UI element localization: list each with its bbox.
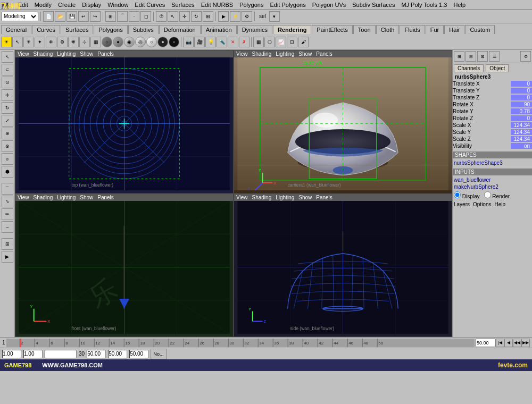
render-view-btn[interactable]: ▦ [253, 37, 264, 47]
select-btn[interactable]: ↖ [168, 11, 178, 22]
vp-side-panels[interactable]: Panels [316, 195, 332, 200]
sphere-black-btn[interactable]: ● [169, 37, 179, 47]
misc-btn1[interactable]: ⊡ [287, 37, 297, 47]
right-icon1[interactable]: ⊞ [454, 51, 464, 62]
snap-curve-btn[interactable]: ⌒ [117, 11, 128, 22]
snap-grid-btn[interactable]: ⊞ [105, 11, 116, 22]
curve-tool[interactable]: ⌒ [2, 183, 13, 195]
rotate-btn[interactable]: ↻ [191, 11, 202, 22]
attr-visibility-value[interactable]: on [511, 143, 532, 149]
menu-window[interactable]: Window [107, 2, 128, 8]
texture-btn[interactable]: ▦ [90, 37, 101, 47]
history-btn[interactable]: ⏱ [156, 11, 167, 22]
display-radio[interactable] [454, 191, 461, 198]
tab-cloth[interactable]: Cloth [376, 25, 400, 34]
render-all-btn[interactable]: ▶ [2, 251, 13, 263]
attr-scaley-value[interactable]: 124.34 [511, 129, 532, 135]
vp-top-panels[interactable]: Panels [97, 51, 114, 57]
right-icon4[interactable]: ☰ [489, 51, 500, 62]
view-all-btn[interactable]: ⊞ [2, 238, 13, 250]
vp-front-view[interactable]: View [18, 195, 29, 200]
vp-side-view[interactable]: View [236, 195, 248, 200]
rewind-btn[interactable]: |◀ [496, 339, 504, 347]
menu-subdiv-surfaces[interactable]: Subdiv Surfaces [352, 2, 395, 8]
vp-cam-shading[interactable]: Shading [252, 51, 272, 57]
render-current-btn[interactable]: ▶ [218, 11, 229, 22]
attr-scalez-value[interactable]: 124.34 [511, 136, 532, 142]
soft-mod-tool[interactable]: ⊗ [2, 140, 13, 152]
tab-dynamics[interactable]: Dynamics [237, 25, 272, 34]
universal-tool[interactable]: ⊕ [2, 128, 13, 139]
lasso-tool[interactable]: ⊂ [2, 64, 13, 75]
asterisk-btn[interactable]: ✳ [23, 37, 34, 47]
menu-help[interactable]: Help [453, 2, 466, 8]
display-radio-label[interactable]: Display [454, 191, 480, 199]
vp-front-shading[interactable]: Shading [34, 195, 53, 200]
cursor-icon-btn[interactable]: ↖ [12, 37, 23, 47]
tab-curves[interactable]: Curves [32, 25, 60, 34]
attr-translatey-value[interactable]: 0 [511, 88, 532, 94]
cross-btn[interactable]: ✗ [239, 37, 250, 47]
move-btn[interactable]: ✛ [179, 11, 190, 22]
object-tab[interactable]: Object [486, 64, 509, 72]
statusbar-input2[interactable] [23, 350, 43, 358]
light-dir-btn[interactable]: 💡 [205, 37, 216, 47]
menu-create[interactable]: Create [58, 2, 76, 8]
brush-btn[interactable]: 🖌 [298, 37, 309, 47]
attr-rotatez-value[interactable]: 0 [511, 115, 532, 121]
vp-front-lighting[interactable]: Lighting [57, 195, 76, 200]
new-scene-btn[interactable]: 📄 [43, 11, 54, 22]
sphere-dark-btn[interactable]: ● [157, 37, 168, 47]
tab-surfaces[interactable]: Surfaces [61, 25, 93, 34]
right-icon3[interactable]: ⊠ [477, 51, 488, 62]
right-icon2[interactable]: ⊟ [466, 51, 476, 62]
ipr-render-btn[interactable]: ⚡ [230, 11, 240, 22]
end-frame-input[interactable] [476, 339, 496, 347]
vp-top-shading[interactable]: Shading [34, 51, 53, 57]
vp-front-show[interactable]: Show [80, 195, 93, 200]
vp-cam-panels[interactable]: Panels [316, 51, 332, 57]
options-menu[interactable]: Options [473, 201, 491, 207]
rotate-tool[interactable]: ↻ [2, 102, 13, 114]
vp-side-show[interactable]: Show [298, 195, 312, 200]
tab-fur[interactable]: Fur [426, 25, 444, 34]
pattern-btn[interactable]: ⊹ [79, 37, 90, 47]
vp-front-panels[interactable]: Panels [97, 195, 114, 200]
statusbar-input1[interactable] [2, 350, 21, 358]
menu-edit-curves[interactable]: Edit Curves [135, 2, 165, 8]
move-tool[interactable]: ✛ [2, 89, 13, 101]
vp-side-lighting[interactable]: Lighting [276, 195, 294, 200]
redo-btn[interactable]: ↪ [90, 11, 101, 22]
vp-top-lighting[interactable]: Lighting [57, 51, 76, 57]
sphere-glass-btn[interactable]: ○ [146, 37, 157, 47]
sphere-metal-btn[interactable]: ◎ [135, 37, 146, 47]
save-scene-btn[interactable]: 💾 [66, 11, 77, 22]
star-btn[interactable]: ✦ [35, 37, 45, 47]
input-item-2[interactable]: makeNurbSphere2 [453, 183, 532, 190]
vp-cam-lighting[interactable]: Lighting [276, 51, 294, 57]
playback-options-btn[interactable]: No... [151, 349, 167, 359]
tab-rendering[interactable]: Rendering [273, 25, 311, 34]
menu-display[interactable]: Display [82, 2, 101, 8]
statusbar-input3[interactable] [45, 350, 77, 358]
camera-btn[interactable]: 📷 [183, 37, 194, 47]
tab-deformation[interactable]: Deformation [159, 25, 201, 34]
undo-btn[interactable]: ↩ [78, 11, 89, 22]
viewport-front[interactable]: View Shading Lighting Show Panels [15, 193, 234, 337]
menu-surfaces[interactable]: Surfaces [171, 2, 194, 8]
attr-rotatex-value[interactable]: 90 [511, 102, 532, 107]
statusbar-frame2[interactable] [108, 350, 127, 358]
sphere-flat-btn[interactable]: ● [113, 37, 123, 47]
scale-tool[interactable]: ⤢ [2, 115, 13, 127]
tab-hair[interactable]: Hair [444, 25, 464, 34]
tab-animation[interactable]: Animation [201, 25, 237, 34]
attr-scalex-value[interactable]: 124.34 [511, 122, 532, 128]
bottombar-url[interactable]: WWW.GAME798.COM [42, 362, 103, 368]
tab-custom[interactable]: Custom [465, 25, 495, 34]
layers-menu[interactable]: Layers [454, 201, 470, 207]
input-item-1[interactable]: wan_blueflower [453, 176, 532, 183]
sculpt-tool[interactable]: ⌾ [2, 153, 13, 165]
shapes-item[interactable]: nurbsSphereShape3 [453, 159, 532, 166]
scale-btn[interactable]: ⊞ [203, 11, 213, 22]
flower-btn[interactable]: ❋ [68, 37, 79, 47]
